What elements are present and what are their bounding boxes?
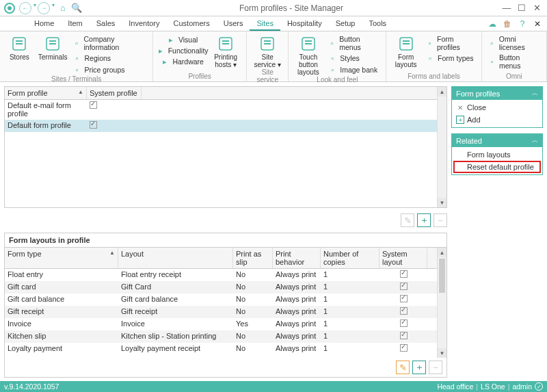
ribbon-small-button[interactable]: ▫Form types: [424, 53, 477, 64]
ribbon-button[interactable]: ▸Visual▸Functionality▸Hardware: [157, 33, 206, 73]
minimize-button[interactable]: —: [501, 2, 513, 14]
edit-layout-button[interactable]: ✎: [396, 361, 410, 374]
add-layout-button[interactable]: ＋: [412, 361, 426, 374]
edit-button[interactable]: ✎: [401, 213, 414, 227]
ribbon-group: Form layouts▫Form profiles▫Form typesFor…: [386, 31, 481, 81]
table-row[interactable]: Default form profile: [5, 120, 446, 132]
ribbon-button[interactable]: Printing hosts ▾: [209, 33, 242, 73]
ribbon-small-button[interactable]: ▫Company information: [71, 34, 149, 52]
menu-row: HomeItemSalesInventoryCustomersUsersSite…: [0, 16, 547, 31]
table-row[interactable]: Default e-mail form profile: [5, 100, 446, 120]
tab-customers[interactable]: Customers: [167, 17, 217, 31]
ribbon-small-button[interactable]: ▫Price groups: [71, 64, 149, 75]
ribbon-small-button[interactable]: ▫Styles: [326, 53, 382, 64]
side-item[interactable]: Reset default profile: [453, 161, 541, 173]
home-icon[interactable]: ⌂: [60, 3, 66, 13]
scroll-down-icon[interactable]: ▼: [438, 348, 446, 358]
svg-rect-16: [305, 43, 312, 44]
nav-forward-button[interactable]: →: [38, 2, 50, 14]
nav-back-button[interactable]: ←: [19, 2, 31, 14]
column-header[interactable]: Number of copies: [321, 248, 379, 268]
remove-button[interactable]: −: [433, 213, 447, 227]
scroll-up-icon[interactable]: ▲: [438, 248, 446, 257]
tab-home[interactable]: Home: [27, 17, 61, 31]
status-segment: Head office: [437, 382, 473, 391]
ribbon-button[interactable]: Stores: [4, 33, 35, 75]
tab-users[interactable]: Users: [217, 17, 250, 31]
ribbon-button[interactable]: Form layouts: [390, 33, 421, 73]
table-row[interactable]: Gift card balanceGift card balanceNoAlwa…: [5, 293, 446, 306]
help-icon[interactable]: ?: [517, 18, 528, 29]
checkbox-icon: [400, 270, 408, 278]
scrollbar[interactable]: ▲ ▼: [437, 248, 446, 358]
tab-hospitality[interactable]: Hospitality: [280, 17, 329, 31]
nav-forward-dropdown[interactable]: ▾: [52, 2, 55, 14]
scroll-down-icon[interactable]: ▼: [438, 198, 446, 207]
maximize-button[interactable]: ☐: [516, 2, 528, 14]
ribbon-small-button[interactable]: ▫Omni licenses: [486, 34, 542, 52]
table-row[interactable]: Kitchen slipKitchen slip - Station print…: [5, 330, 446, 343]
scrollbar[interactable]: ▲ ▼: [437, 87, 446, 207]
panel-title: Form layouts in profile: [5, 233, 446, 247]
ribbon-small-button[interactable]: ▫Button menus: [486, 53, 542, 70]
table-row[interactable]: Gift receiptGift receiptNoAlways print1: [5, 306, 446, 318]
ribbon-small-icon: ▫: [328, 53, 337, 63]
scroll-up-icon[interactable]: ▲: [438, 87, 446, 96]
side-panel-form-profiles: Form profiles ︿ ✕Close＋Add: [451, 86, 543, 128]
form-layouts-panel: Form layouts in profile Form type▲Layout…: [4, 233, 447, 378]
close-window-button[interactable]: ✕: [531, 2, 543, 14]
ribbon-small-icon: ▫: [425, 38, 434, 48]
ribbon-small-button[interactable]: ▫Form profiles: [424, 34, 477, 52]
svg-point-1: [8, 6, 12, 10]
scroll-thumb[interactable]: [439, 259, 445, 293]
tab-sales[interactable]: Sales: [90, 17, 122, 31]
sort-asc-icon: ▲: [78, 89, 83, 95]
checkbox-icon: [400, 319, 408, 327]
column-header[interactable]: Layout: [118, 248, 233, 268]
side-item[interactable]: Form layouts: [453, 148, 541, 161]
column-header[interactable]: Print as slip: [233, 248, 273, 268]
close-tab-icon[interactable]: ✕: [532, 18, 543, 29]
ribbon-small-button[interactable]: ▫Image bank: [326, 64, 382, 75]
checkbox-icon: [400, 283, 408, 290]
table-row[interactable]: InvoiceInvoiceYesAlways print1: [5, 318, 446, 330]
tab-inventory[interactable]: Inventory: [122, 17, 166, 31]
svg-rect-4: [16, 43, 23, 44]
tab-sites[interactable]: Sites: [250, 17, 280, 31]
side-panel-header[interactable]: Related ︿: [452, 134, 542, 147]
side-panel-header[interactable]: Form profiles ︿: [452, 87, 542, 100]
remove-layout-button[interactable]: −: [429, 361, 442, 374]
ribbon-small-icon: ▫: [72, 53, 82, 63]
cloud-icon[interactable]: ☁: [487, 18, 498, 29]
add-button[interactable]: ＋: [417, 213, 431, 227]
column-header[interactable]: Form type▲: [5, 248, 118, 268]
tab-tools[interactable]: Tools: [362, 17, 393, 31]
table-row[interactable]: Gift cardGift CardNoAlways print1: [5, 281, 446, 293]
search-icon[interactable]: 🔍: [71, 3, 82, 13]
collapse-icon[interactable]: ︿: [532, 89, 538, 98]
column-header[interactable]: Form profile▲: [5, 87, 87, 99]
ribbon-button[interactable]: Site service ▾: [251, 33, 284, 68]
table-row[interactable]: Float entryFloat entry receiptNoAlways p…: [5, 269, 446, 281]
trash-icon[interactable]: 🗑: [502, 18, 513, 29]
checkbox-icon: [400, 295, 408, 302]
side-item[interactable]: ✕Close: [453, 101, 541, 114]
ribbon-small-button[interactable]: ▫Regions: [71, 53, 149, 64]
collapse-icon[interactable]: ︿: [532, 136, 538, 145]
ribbon-button[interactable]: Terminals: [38, 33, 68, 75]
column-header[interactable]: System profile: [87, 87, 142, 99]
side-panel-title: Related: [456, 137, 482, 145]
nav-back-dropdown[interactable]: ▾: [34, 2, 36, 14]
ribbon-icon: [216, 34, 235, 53]
column-header[interactable]: Print behavior: [273, 248, 321, 268]
tab-setup[interactable]: Setup: [329, 17, 362, 31]
ribbon-small-button[interactable]: ▫Button menus: [326, 34, 382, 52]
ribbon-small-icon: ▫: [488, 38, 496, 48]
ribbon-button[interactable]: Touch button layouts: [293, 33, 323, 76]
table-row[interactable]: Loyalty paymentLoyalty payment receiptNo…: [5, 343, 446, 354]
app-logo-icon: [4, 3, 15, 14]
sort-asc-icon: ▲: [109, 250, 115, 256]
side-item[interactable]: ＋Add: [453, 114, 541, 126]
column-header[interactable]: System layout: [379, 248, 427, 268]
tab-item[interactable]: Item: [61, 17, 89, 31]
